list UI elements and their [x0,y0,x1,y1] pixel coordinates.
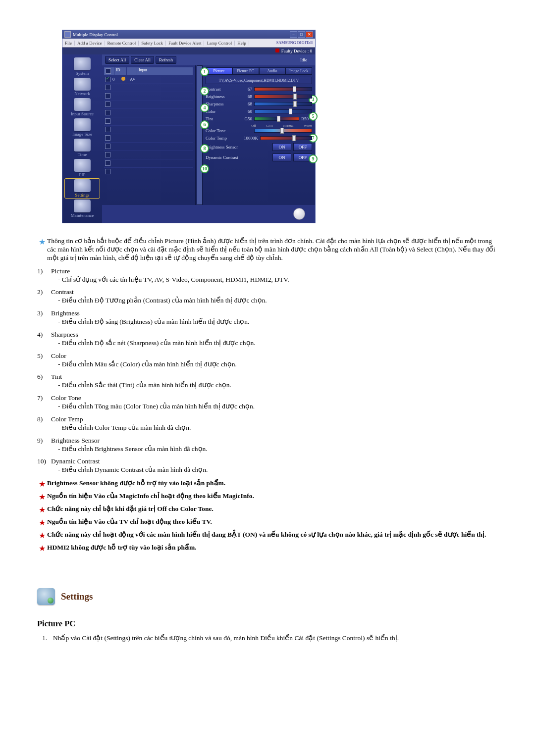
intro-text: Thông tin cơ bản bắt buộc để điều chỉnh … [47,237,498,262]
brightness-label: Brightness [206,94,241,99]
callout-8: 8 [200,144,209,153]
footer-strip [102,205,315,223]
color-tone-row: Off Cool Normal Warm Color Tone [206,124,312,133]
input-source-icon [74,98,91,111]
brightness-slider[interactable] [254,95,312,99]
star-icon: ★ [37,518,47,528]
color-temp-label: Color Temp [206,136,241,141]
header-checkbox[interactable] [106,68,111,74]
clear-all-button[interactable]: Clear All [131,56,154,64]
table-row[interactable]: 0 AV [104,75,193,84]
sharpness-value: 68 [241,101,254,106]
row-checkbox[interactable] [104,144,111,150]
tab-image-lock[interactable]: Image Lock [285,67,312,75]
sidebar-item-image-size[interactable]: Image Size [62,118,102,137]
brightness-sensor-row: Brightness Sensor ON OFF [206,143,312,151]
row-checkbox[interactable] [104,160,111,167]
table-row[interactable] [104,101,193,109]
color-label: Color [206,109,241,114]
table-row[interactable] [104,109,193,117]
row-checkbox[interactable] [104,110,111,116]
scrollbar[interactable] [197,65,203,205]
close-button[interactable]: ✕ [306,31,313,38]
table-row[interactable] [104,159,193,168]
menu-file[interactable]: File [62,41,75,46]
title-bar: Multiple Display Control – □ ✕ [62,30,315,39]
row-checkbox[interactable] [104,152,111,158]
menu-remote-control[interactable]: Remote Control [105,41,139,46]
sidebar-item-maintenance[interactable]: Maintenance [62,200,102,218]
callout-2: 2 [200,87,209,96]
menu-add-device[interactable]: Add a Device [75,41,105,46]
minimize-button[interactable]: – [290,31,297,38]
section-heading: Settings [37,588,498,605]
contrast-row: Contrast 67 [206,87,312,92]
note-text: Chức năng này chỉ bật khi đặt giá trị Of… [47,505,498,515]
table-row[interactable] [104,134,193,143]
sidebar-item-pip[interactable]: PIP [62,159,102,177]
image-size-icon [74,118,91,131]
document-body: ★ Thông tin cơ bản bắt buộc để điều chỉn… [37,237,498,643]
star-icon: ★ [37,492,47,502]
toolbar: Select All Clear All Refresh Idle [102,54,315,65]
settings-section-icon [37,588,55,605]
row-checkbox[interactable] [104,135,111,142]
sidebar-item-time[interactable]: Time [62,139,102,157]
table-row[interactable] [104,117,193,126]
tint-slider[interactable] [254,117,299,121]
dynamic-contrast-on[interactable]: ON [272,153,291,161]
row-input: AV [128,77,193,82]
brightness-sensor-label: Brightness Sensor [206,145,270,150]
menu-help[interactable]: Help [235,41,249,46]
sidebar-item-settings[interactable]: Settings [62,179,102,198]
table-row[interactable] [104,143,193,151]
sidebar-item-network[interactable]: Network [62,78,102,96]
info-icon[interactable] [293,208,305,220]
select-all-button[interactable]: Select All [105,56,129,64]
menu-fault-alert[interactable]: Fault Device Alert [166,41,204,46]
sidebar: System Network Input Source Image Size T… [62,54,102,223]
contrast-label: Contrast [206,87,241,92]
row-checkbox[interactable] [104,101,111,108]
row-checkbox[interactable] [104,93,111,100]
tab-picture[interactable]: Picture [206,67,232,75]
row-checkbox[interactable] [104,127,111,133]
table-header: ID Input [104,67,193,75]
table-row[interactable] [104,151,193,159]
fault-count: Faulty Device : 0 [281,49,312,53]
maximize-button[interactable]: □ [298,31,305,38]
color-slider[interactable] [254,109,312,113]
brightness-sensor-on[interactable]: ON [272,143,291,151]
header-input: Input [137,67,193,75]
sidebar-item-input-source[interactable]: Input Source [62,98,102,116]
color-tone-slider[interactable] [254,129,312,133]
note-text: Chức năng này chỉ hoạt động với các màn … [47,531,498,541]
menu-bar: File Add a Device Remote Control Safety … [62,39,315,48]
row-checkbox[interactable] [104,77,111,82]
table-row[interactable] [104,92,193,101]
table-row[interactable] [104,126,193,134]
note-text: Brightness Sensor không được hỗ trợ tùy … [47,479,498,489]
color-temp-slider[interactable] [260,136,312,140]
sidebar-item-system[interactable]: System [62,57,102,76]
section-title: Settings [61,591,93,603]
tab-picture-pc[interactable]: Picture PC [232,67,259,75]
star-icon: ★ [37,505,47,515]
table-row[interactable] [104,168,193,176]
table-row[interactable] [104,84,193,92]
row-checkbox[interactable] [104,169,111,175]
settings-panel: 1 2 3 4 5 6 7 8 9 10 Picture Picture PC [203,65,315,205]
tab-audio[interactable]: Audio [259,67,286,75]
brightness-sensor-off[interactable]: OFF [293,143,312,151]
menu-safety-lock[interactable]: Safety Lock [139,41,166,46]
refresh-button[interactable]: Refresh [156,56,176,64]
row-checkbox[interactable] [104,118,111,125]
note-text: HDMI2 không được hỗ trợ tùy vào loại sản… [47,544,498,554]
row-checkbox[interactable] [104,85,111,91]
contrast-slider[interactable] [254,87,312,91]
window-title: Multiple Display Control [73,32,118,37]
sharpness-slider[interactable] [254,102,312,106]
star-icon: ★ [37,479,47,489]
menu-lamp-control[interactable]: Lamp Control [204,41,235,46]
brand-label: SAMSUNG DIGITall [274,41,315,45]
